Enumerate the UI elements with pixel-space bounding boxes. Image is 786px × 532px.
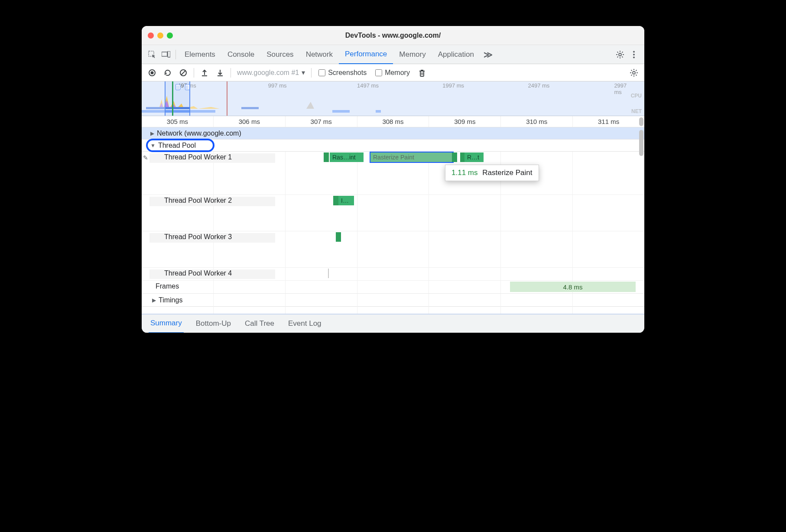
screenshots-checkbox[interactable]: Screenshots xyxy=(315,69,370,77)
ruler-tick: 305 ms xyxy=(142,116,213,127)
tab-console[interactable]: Console xyxy=(221,45,260,64)
screenshots-label: Screenshots xyxy=(328,69,367,77)
track-header-network[interactable]: ▶ Network (www.google.com) xyxy=(142,127,644,139)
svg-line-10 xyxy=(181,71,185,75)
flame-event[interactable] xyxy=(336,232,341,242)
separator xyxy=(175,50,176,59)
zoom-window-button[interactable] xyxy=(167,32,173,39)
collapse-arrow-icon: ▼ xyxy=(150,143,156,149)
svg-point-6 xyxy=(633,56,635,58)
svg-point-5 xyxy=(633,54,635,55)
ruler-tick: 311 ms xyxy=(572,116,644,127)
expand-arrow-icon: ▶ xyxy=(152,297,156,303)
worker-label: Thread Pool Worker 1 xyxy=(164,153,232,161)
close-window-button[interactable] xyxy=(148,32,154,39)
flame-event[interactable] xyxy=(333,196,338,205)
inspect-element-icon[interactable] xyxy=(145,48,159,62)
separator xyxy=(231,68,231,78)
expand-arrow-icon: ▶ xyxy=(150,130,154,136)
scrollbar-thumb[interactable] xyxy=(639,130,643,156)
memory-checkbox-input[interactable] xyxy=(375,69,382,76)
tab-bottom-up[interactable]: Bottom-Up xyxy=(194,314,233,333)
flame-event[interactable] xyxy=(452,152,457,162)
screenshots-checkbox-input[interactable] xyxy=(318,69,325,76)
ruler-tick: 306 ms xyxy=(213,116,285,127)
svg-point-4 xyxy=(633,51,635,52)
frames-label: Frames xyxy=(156,282,179,290)
lane-worker-3[interactable]: Thread Pool Worker 3 xyxy=(142,231,644,268)
event-tooltip: 1.11 ms Rasterize Paint xyxy=(445,165,539,181)
timeline-overview[interactable]: 497 ms 997 ms 1497 ms 1997 ms 2497 ms 29… xyxy=(142,81,644,116)
devtools-window: DevTools - www.google.com/ Elements Cons… xyxy=(142,26,644,333)
overview-range-left[interactable] xyxy=(142,81,166,116)
flame-event[interactable] xyxy=(324,152,329,162)
profile-name: www.google.com #1 xyxy=(237,69,299,77)
overview-handle-right[interactable]: || xyxy=(185,84,190,90)
settings-icon[interactable] xyxy=(613,48,627,62)
worker-label: Thread Pool Worker 3 xyxy=(164,233,232,241)
flame-chart[interactable]: ▶ Network (www.google.com) ▼ Thread Pool… xyxy=(142,127,644,314)
lane-worker-4[interactable]: Thread Pool Worker 4 xyxy=(142,268,644,281)
svg-point-17 xyxy=(633,71,635,74)
tab-memory[interactable]: Memory xyxy=(393,45,432,64)
flame-event[interactable]: R…t xyxy=(464,152,484,162)
tab-sources[interactable]: Sources xyxy=(260,45,299,64)
clear-button[interactable] xyxy=(176,66,190,80)
tab-performance[interactable]: Performance xyxy=(339,45,393,64)
flame-event[interactable]: I… xyxy=(338,196,354,205)
overview-handle-left[interactable]: || xyxy=(175,84,180,90)
timings-label: Timings xyxy=(159,296,182,304)
lane-worker-1[interactable]: ✎ Thread Pool Worker 1 Ras…int Rasterize… xyxy=(142,152,644,195)
minimize-window-button[interactable] xyxy=(157,32,163,39)
profile-selector[interactable]: www.google.com #1 ▾ xyxy=(234,68,308,77)
more-tabs-button[interactable]: ≫ xyxy=(480,49,496,60)
overview-marker xyxy=(172,81,173,116)
flame-event[interactable] xyxy=(328,269,329,278)
ruler-tick: 309 ms xyxy=(429,116,500,127)
window-title: DevTools - www.google.com/ xyxy=(142,32,644,39)
frame-bar[interactable]: 4.8 ms xyxy=(510,282,636,292)
flame-event[interactable]: Ras…int xyxy=(330,152,364,162)
edit-icon[interactable]: ✎ xyxy=(142,154,149,161)
track-header-timings[interactable]: ▶ Timings xyxy=(142,294,644,307)
kebab-menu-icon[interactable] xyxy=(627,48,641,62)
svg-rect-2 xyxy=(168,51,170,57)
tab-summary[interactable]: Summary xyxy=(149,314,184,333)
upload-profile-button[interactable] xyxy=(198,66,211,80)
lane-worker-2[interactable]: Thread Pool Worker 2 I… xyxy=(142,195,644,231)
memory-checkbox[interactable]: Memory xyxy=(372,69,413,77)
tab-call-tree[interactable]: Call Tree xyxy=(243,314,276,333)
tab-network[interactable]: Network xyxy=(300,45,339,64)
memory-label: Memory xyxy=(385,69,410,77)
reload-record-button[interactable] xyxy=(161,66,175,80)
tab-elements[interactable]: Elements xyxy=(179,45,221,64)
svg-point-8 xyxy=(151,71,154,74)
track-header-threadpool[interactable]: ▼ Thread Pool xyxy=(142,139,644,152)
tab-event-log[interactable]: Event Log xyxy=(286,314,323,333)
panel-tabs: Elements Console Sources Network Perform… xyxy=(142,45,644,64)
svg-rect-1 xyxy=(162,52,167,56)
worker-label: Thread Pool Worker 4 xyxy=(164,269,232,277)
ruler-tick: 307 ms xyxy=(285,116,357,127)
ruler-tick: 308 ms xyxy=(357,116,429,127)
tab-application[interactable]: Application xyxy=(432,45,480,64)
chevron-down-icon: ▾ xyxy=(302,68,305,77)
collect-garbage-button[interactable] xyxy=(415,66,429,80)
scrollbar-thumb[interactable] xyxy=(639,117,643,126)
flame-event-selected[interactable]: Rasterize Paint xyxy=(370,152,453,162)
worker-label: Thread Pool Worker 2 xyxy=(164,197,232,204)
time-ruler[interactable]: 305 ms 306 ms 307 ms 308 ms 309 ms 310 m… xyxy=(142,116,644,127)
separator xyxy=(311,68,312,78)
traffic-lights xyxy=(148,32,173,39)
threadpool-track-label: Thread Pool xyxy=(158,142,196,149)
titlebar: DevTools - www.google.com/ xyxy=(142,26,644,45)
record-button[interactable] xyxy=(145,66,159,80)
frames-track[interactable]: Frames 4.8 ms xyxy=(142,281,644,294)
overview-range-right[interactable] xyxy=(189,81,644,116)
download-profile-button[interactable] xyxy=(213,66,227,80)
capture-settings-icon[interactable] xyxy=(627,66,641,80)
network-track-label: Network (www.google.com) xyxy=(157,130,241,137)
frame-duration: 4.8 ms xyxy=(563,283,582,291)
performance-toolbar: www.google.com #1 ▾ Screenshots Memory xyxy=(142,64,644,81)
device-toolbar-icon[interactable] xyxy=(159,48,173,62)
